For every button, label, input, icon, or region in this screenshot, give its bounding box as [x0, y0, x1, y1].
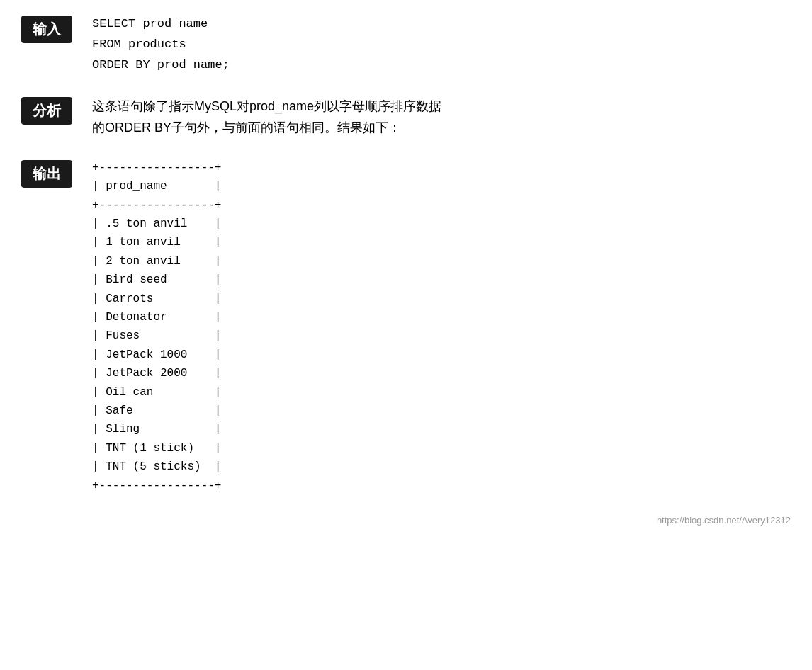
output-table-line: | Safe |: [92, 402, 791, 420]
input-section: 输入 SELECT prod_name FROM products ORDER …: [21, 14, 791, 76]
output-content: +-----------------+| prod_name |+-------…: [92, 159, 791, 495]
output-table-line: | Detonator |: [92, 308, 791, 327]
output-label: 输出: [21, 160, 72, 188]
output-table-line: | Fuses |: [92, 327, 791, 345]
output-table-line: | TNT (1 stick) |: [92, 439, 791, 458]
input-label: 输入: [21, 16, 72, 43]
output-table-line: | Bird seed |: [92, 271, 791, 289]
footer: https://blog.csdn.net/Avery12312: [21, 515, 791, 526]
output-section: 输出 +-----------------+| prod_name |+----…: [21, 159, 791, 495]
output-table-line: | Oil can |: [92, 383, 791, 402]
analysis-text-line2: 的ORDER BY子句外，与前面的语句相同。结果如下：: [92, 120, 401, 135]
analysis-label: 分析: [21, 97, 72, 125]
analysis-section: 分析 这条语句除了指示MySQL对prod_name列以字母顺序排序数据 的OR…: [21, 96, 791, 139]
output-table-line: | 2 ton anvil |: [92, 252, 791, 271]
output-table-line: | .5 ton anvil |: [92, 215, 791, 233]
output-table-line: | 1 ton anvil |: [92, 233, 791, 251]
output-table-line: +-----------------+: [92, 159, 791, 177]
sql-line-3: ORDER BY prod_name;: [92, 55, 791, 76]
analysis-text-line1: 这条语句除了指示MySQL对prod_name列以字母顺序排序数据: [92, 99, 441, 113]
sql-line-2: FROM products: [92, 35, 791, 55]
sql-line-1: SELECT prod_name: [92, 14, 791, 35]
output-table-line: | JetPack 1000 |: [92, 346, 791, 364]
output-table-line: | Carrots |: [92, 290, 791, 308]
sql-code-block: SELECT prod_name FROM products ORDER BY …: [92, 14, 791, 76]
analysis-content: 这条语句除了指示MySQL对prod_name列以字母顺序排序数据 的ORDER…: [92, 96, 791, 139]
page-container: 输入 SELECT prod_name FROM products ORDER …: [21, 14, 791, 526]
output-table-line: | prod_name |: [92, 177, 791, 195]
output-table-line: | Sling |: [92, 420, 791, 438]
analysis-text-block: 这条语句除了指示MySQL对prod_name列以字母顺序排序数据 的ORDER…: [92, 96, 791, 139]
output-table-line: | TNT (5 sticks) |: [92, 458, 791, 476]
input-content: SELECT prod_name FROM products ORDER BY …: [92, 14, 791, 76]
footer-text: https://blog.csdn.net/Avery12312: [657, 515, 791, 526]
output-table-block: +-----------------+| prod_name |+-------…: [92, 159, 791, 495]
output-table-line: +-----------------+: [92, 477, 791, 495]
output-table-line: +-----------------+: [92, 196, 791, 215]
output-table-line: | JetPack 2000 |: [92, 364, 791, 382]
